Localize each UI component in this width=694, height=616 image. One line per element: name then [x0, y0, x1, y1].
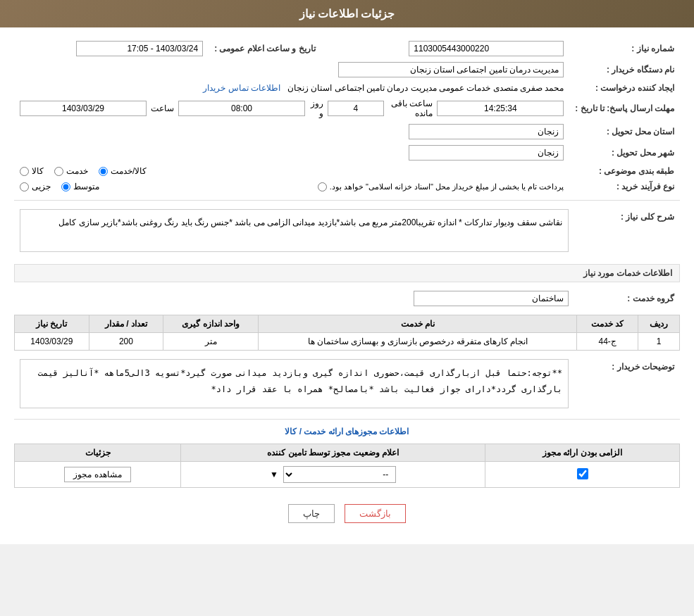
radio-kala-input[interactable]	[20, 167, 29, 176]
tosih-textarea[interactable]	[20, 359, 569, 408]
radio-pardakht[interactable]: پرداخت تام یا بخشی از مبلغ خریداز محل "ا…	[110, 182, 564, 191]
main-content: شماره نیاز : 1103005443000220 تاریخ و سا…	[0, 27, 694, 544]
noe-farayand-value: پرداخت تام یا بخشی از مبلغ خریداز محل "ا…	[14, 179, 569, 194]
col-vahed: واحد اندازه گیری	[163, 315, 259, 333]
ostan-input: زنجان	[409, 124, 564, 139]
col-tarikh: تاریخ نیاز	[15, 315, 89, 333]
page-container: جزئیات اطلاعات نیاز شماره نیاز : 1103005…	[0, 0, 694, 544]
view-permit-button[interactable]: مشاهده مجوز	[64, 467, 130, 482]
cell-tedad: 200	[89, 333, 163, 351]
services-header-row: ردیف کد خدمت نام خدمت واحد اندازه گیری ت…	[15, 315, 680, 333]
page-title: جزئیات اطلاعات نیاز	[299, 8, 395, 20]
permits-checkbox[interactable]	[577, 468, 588, 479]
ijad-konande-value: محمد صفری متصدی خدمات عمومی مدیریت درمان…	[14, 80, 569, 96]
table-row: 1ج-44انجام کارهای متفرقه درخصوص بازسازی …	[15, 333, 680, 351]
sharh-value	[14, 206, 574, 257]
nam-dastgah-label: نام دستگاه خریدار :	[569, 59, 680, 80]
permits-col-joziat: جزئیات	[15, 444, 181, 462]
permits-status-select[interactable]: --	[283, 466, 396, 483]
grohe-khedmat-input: ساختمان	[414, 291, 569, 306]
shahr-label: شهر محل تحویل :	[569, 142, 680, 163]
radio-jozii-label: جزیی	[32, 182, 51, 191]
radio-jozii-input[interactable]	[20, 182, 29, 191]
cell-namKhedmat: انجام کارهای متفرقه درخصوص بازسازی و بهس…	[259, 333, 577, 351]
cell-vahedAndazegiri: متر	[163, 333, 259, 351]
tosih-value	[14, 356, 574, 413]
ostan-label: استان محل تحویل :	[569, 121, 680, 142]
mohlat-time-row: 14:25:34 ساعت باقی مانده 4 روز و 08:00 س…	[20, 99, 564, 118]
shahr-row: شهر محل تحویل : زنجان	[14, 142, 680, 163]
permits-table: الزامی بودن ارائه مجوز اعلام وضعیت مجوز …	[14, 444, 680, 488]
services-table: ردیف کد خدمت نام خدمت واحد اندازه گیری ت…	[14, 315, 680, 351]
sharh-textarea[interactable]	[20, 209, 569, 252]
mojawez-link-text[interactable]: اطلاعات مجوزهای ارائه خدمت / کالا	[285, 427, 409, 436]
tabaghe-value: کالا/خدمت خدمت کالا	[14, 163, 569, 179]
mohlat-value: 14:25:34 ساعت باقی مانده 4 روز و 08:00 س…	[14, 96, 569, 121]
radio-motevasset-input[interactable]	[61, 182, 70, 191]
page-header: جزئیات اطلاعات نیاز	[0, 0, 694, 27]
permits-col-elam: اعلام وضعیت مجوز توسط تامین کننده	[181, 444, 485, 462]
radio-khedmat-input[interactable]	[54, 167, 63, 176]
mojawez-section-link[interactable]: اطلاعات مجوزهای ارائه خدمت / کالا	[14, 427, 680, 436]
shomare-niaz-row: شماره نیاز : 1103005443000220 تاریخ و سا…	[14, 38, 680, 59]
noe-farayand-row: نوع فرآیند خرید : پرداخت تام یا بخشی از …	[14, 179, 680, 194]
nam-dastgah-value: مدیریت درمان تامین اجتماعی استان زنجان	[14, 59, 569, 80]
permits-tbody: -- ▼ مشاهده مجوز	[15, 462, 680, 488]
sharh-row: شرح کلی نیاز :	[14, 206, 680, 257]
permits-row-1: -- ▼ مشاهده مجوز	[15, 462, 680, 488]
cell-radif: 1	[638, 333, 680, 351]
permits-thead: الزامی بودن ارائه مجوز اعلام وضعیت مجوز …	[15, 444, 680, 462]
grohe-khedmat-row: گروه خدمت : ساختمان	[14, 288, 680, 309]
tabaghe-label: طبقه بندی موضوعی :	[569, 163, 680, 179]
tosih-table: توضیحات خریدار :	[14, 356, 680, 413]
radio-khedmat-label: خدمت	[66, 166, 88, 176]
radio-pardakht-input[interactable]	[318, 182, 327, 191]
cell-kodKhedmat: ج-44	[577, 333, 638, 351]
col-nam: نام خدمت	[259, 315, 577, 333]
ijad-konande-link[interactable]: اطلاعات تماس خریدار	[203, 83, 280, 93]
radio-kala[interactable]: کالا	[20, 166, 44, 176]
shahr-input: زنجان	[409, 145, 564, 161]
mohlat-label: مهلت ارسال پاسخ: تا تاریخ :	[569, 96, 680, 121]
radio-khedmat[interactable]: خدمت	[54, 166, 88, 176]
bottom-buttons: بازگشت چاپ	[14, 494, 680, 534]
mohlat-baqi-input: 14:25:34	[437, 101, 564, 116]
mohlat-roz-input: 4	[328, 101, 384, 116]
khadamat-section-title: اطلاعات خدمات مورد نیاز	[14, 264, 680, 282]
radio-jozii[interactable]: جزیی	[20, 182, 51, 191]
noe-farayand-radio-group: پرداخت تام یا بخشی از مبلغ خریداز محل "ا…	[20, 182, 564, 191]
col-tedad: تعداد / مقدار	[89, 315, 163, 333]
mohlat-row: مهلت ارسال پاسخ: تا تاریخ : 14:25:34 ساع…	[14, 96, 680, 121]
back-button[interactable]: بازگشت	[345, 504, 406, 523]
permits-elzami-cell	[485, 462, 680, 488]
permits-joziat-cell: مشاهده مجوز	[15, 462, 181, 488]
col-kod: کد خدمت	[577, 315, 638, 333]
divider1	[14, 200, 680, 201]
radio-motevasset[interactable]: متوسط	[61, 182, 99, 191]
permits-col-elzami: الزامی بودن ارائه مجوز	[485, 444, 680, 462]
radio-kala-khedmat[interactable]: کالا/خدمت	[99, 166, 147, 176]
mohlat-saat-input: 08:00	[178, 101, 305, 116]
mohlat-baqi-label: ساعت باقی مانده	[388, 99, 433, 118]
grohe-khedmat-value: ساختمان	[14, 288, 574, 309]
tabaghe-radio-group: کالا/خدمت خدمت کالا	[20, 166, 564, 176]
cell-tarikhNiaz: 1403/03/29	[15, 333, 89, 351]
tosih-row: توضیحات خریدار :	[14, 356, 680, 413]
mohlat-roz-label: روز و	[309, 99, 323, 118]
radio-kala-khedmat-label: کالا/خدمت	[111, 166, 147, 176]
permits-elam-cell: -- ▼	[181, 462, 485, 488]
ostan-value: زنجان	[14, 121, 569, 142]
tarikh-saat-label: تاریخ و ساعت اعلام عمومی :	[209, 38, 321, 59]
noe-farayand-label: نوع فرآیند خرید :	[569, 179, 680, 194]
services-table-body: 1ج-44انجام کارهای متفرقه درخصوص بازسازی …	[15, 333, 680, 351]
print-button[interactable]: چاپ	[288, 504, 335, 523]
mohlat-date-input: 1403/03/29	[20, 101, 147, 116]
tarikh-saat-input: 1403/03/24 - 17:05	[76, 41, 203, 56]
radio-kala-khedmat-input[interactable]	[99, 167, 108, 176]
shomare-niaz-input: 1103005443000220	[409, 41, 564, 56]
grohe-khedmat-table: گروه خدمت : ساختمان	[14, 288, 680, 309]
mohlat-saat-label: ساعت	[151, 103, 174, 113]
shomare-niaz-value: 1103005443000220	[335, 38, 570, 59]
sharh-label: شرح کلی نیاز :	[574, 206, 680, 257]
shomare-niaz-label: شماره نیاز :	[569, 38, 680, 59]
